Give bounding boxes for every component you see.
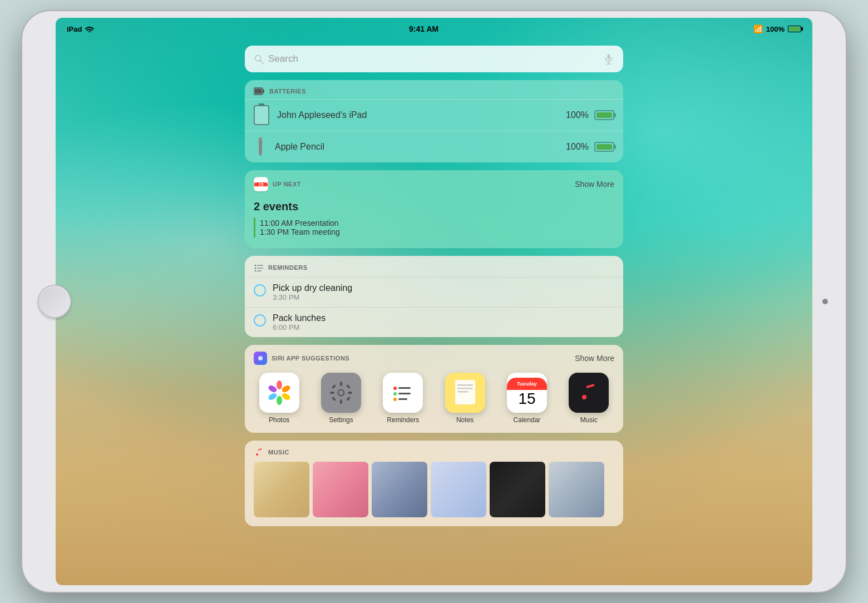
svg-rect-40	[398, 398, 407, 400]
side-button	[822, 299, 828, 304]
reminder-item-1: Pick up dry cleaning 3:30 PM	[245, 277, 623, 307]
svg-rect-43	[457, 388, 473, 389]
status-right: 📶 100%	[753, 24, 801, 33]
battery-bar-icon	[788, 26, 801, 32]
reminders-app-icon	[383, 373, 423, 413]
svg-rect-6	[255, 89, 262, 94]
svg-point-13	[255, 268, 257, 269]
siri-show-more[interactable]: Show More	[575, 354, 614, 363]
svg-rect-31	[332, 384, 336, 389]
reminder-text-2: Pack lunches 6:00 PM	[273, 313, 326, 332]
calendar-day-label: Tuesday	[507, 378, 547, 390]
upnext-header: 15 UP NEXT Show More	[245, 170, 623, 196]
batteries-title: BATTERIES	[269, 88, 306, 95]
screen: iPad 9:41 AM 📶 100%	[56, 18, 812, 585]
status-time: 9:41 AM	[409, 24, 438, 33]
status-bar: iPad 9:41 AM 📶 100%	[56, 18, 812, 40]
music-app-icon	[569, 373, 609, 413]
reminder-text-1: Pick up dry cleaning 3:30 PM	[273, 283, 352, 302]
battery-item-ipad: John Appleseed's iPad 100%	[245, 99, 623, 131]
bluetooth-icon: 📶	[753, 24, 763, 33]
app-item-notes[interactable]: Notes	[445, 373, 485, 424]
album-6[interactable]	[549, 462, 604, 517]
settings-app-icon	[321, 373, 361, 413]
ipad-battery-pct: 100%	[566, 110, 589, 120]
music-widget: MUSIC	[245, 441, 623, 526]
svg-point-37	[393, 392, 397, 396]
app-suggestions: Photos	[245, 369, 623, 433]
album-1[interactable]	[254, 462, 309, 517]
ipad-frame: iPad 9:41 AM 📶 100%	[22, 11, 846, 592]
event-2: 1:30 PM Team meeting	[260, 228, 340, 236]
ipad-battery-fill	[596, 112, 612, 118]
reminder-time-2: 6:00 PM	[273, 323, 326, 332]
ipad-device-name: John Appleseed's iPad	[277, 110, 566, 120]
siri-header: SIRI APP SUGGESTIONS Show More	[245, 345, 623, 369]
svg-rect-34	[346, 397, 351, 401]
svg-line-1	[260, 61, 263, 63]
svg-point-15	[255, 270, 257, 272]
app-item-calendar[interactable]: Tuesday 15 Calendar	[507, 373, 547, 424]
svg-point-11	[255, 265, 257, 266]
reminder-title-2: Pack lunches	[273, 313, 326, 323]
svg-rect-8	[259, 137, 262, 154]
reminders-widget: REMINDERS Pick up dry cleaning 3:30 PM P…	[245, 256, 623, 337]
pencil-battery-indicator	[594, 142, 614, 152]
search-placeholder: Search	[268, 53, 603, 65]
svg-point-17	[258, 356, 263, 360]
music-header: MUSIC	[245, 441, 623, 462]
events-count: 2 events	[254, 200, 614, 213]
svg-point-35	[393, 387, 397, 390]
calendar-app-label: Calendar	[514, 416, 541, 424]
upnext-show-more[interactable]: Show More	[575, 180, 614, 189]
svg-rect-27	[340, 382, 342, 386]
album-5[interactable]	[490, 462, 545, 517]
reminders-title: REMINDERS	[268, 264, 308, 271]
reminder-circle-2[interactable]	[254, 314, 266, 327]
upnext-header-left: 15 UP NEXT	[254, 177, 301, 191]
pencil-battery-pct: 100%	[566, 142, 589, 152]
music-albums	[245, 462, 623, 526]
svg-rect-28	[340, 399, 342, 404]
svg-rect-36	[398, 387, 411, 389]
batteries-widget: BATTERIES John Appleseed's iPad 100%	[245, 80, 623, 162]
app-item-photos[interactable]: Photos	[259, 373, 299, 424]
music-header-icon	[254, 447, 264, 457]
app-item-reminders[interactable]: Reminders	[383, 373, 423, 424]
reminder-title-1: Pick up dry cleaning	[273, 283, 352, 293]
upnext-widget: 15 UP NEXT Show More 2 events	[245, 170, 623, 248]
svg-rect-30	[348, 392, 352, 394]
app-item-settings[interactable]: Settings	[321, 373, 361, 424]
carrier-label: iPad	[67, 25, 82, 33]
event-bar	[254, 218, 255, 238]
album-3[interactable]	[372, 462, 427, 517]
reminder-circle-1[interactable]	[254, 284, 266, 296]
reminder-item-2: Pack lunches 6:00 PM	[245, 307, 623, 337]
battery-percentage: 100%	[766, 25, 785, 33]
svg-point-39	[393, 398, 397, 401]
event-details: 11:00 AM Presentation 1:30 PM Team meeti…	[260, 219, 340, 236]
mic-icon	[603, 53, 614, 65]
content-area: Search	[56, 40, 812, 585]
svg-rect-2	[608, 55, 610, 60]
app-item-music[interactable]: Music	[569, 373, 609, 424]
svg-marker-9	[259, 154, 262, 156]
svg-rect-38	[398, 393, 411, 394]
album-2[interactable]	[313, 462, 368, 517]
photos-app-label: Photos	[269, 416, 289, 424]
notes-app-label: Notes	[456, 416, 474, 424]
album-4[interactable]	[431, 462, 486, 517]
notes-app-icon	[445, 373, 485, 413]
upnext-title: UP NEXT	[273, 181, 301, 187]
svg-point-21	[277, 396, 282, 405]
battery-fill	[789, 27, 800, 31]
battery-header-icon	[254, 87, 265, 96]
battery-item-pencil: Apple Pencil 100%	[245, 131, 623, 162]
cal-top-strip: 15	[254, 182, 268, 186]
svg-rect-32	[346, 384, 351, 389]
svg-point-24	[276, 389, 283, 396]
search-bar[interactable]: Search	[245, 46, 623, 72]
event-1: 11:00 AM Presentation	[260, 219, 340, 228]
siri-icon	[254, 352, 267, 365]
svg-rect-42	[457, 384, 473, 386]
